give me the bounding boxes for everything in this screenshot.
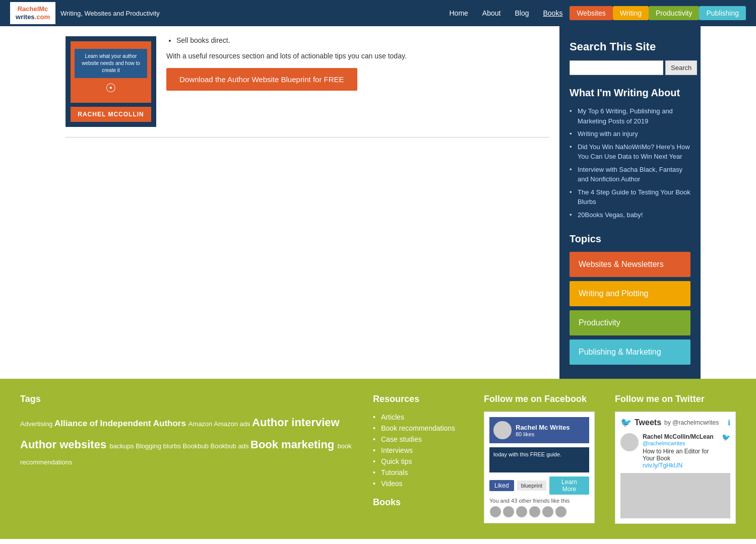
facebook-box: Rachel Mc Writes 80 likes today with thi… (484, 412, 595, 523)
search-button[interactable]: Search (665, 60, 697, 75)
list-item[interactable]: Interviews (373, 445, 464, 456)
fb-learn-button[interactable]: Learn More (549, 477, 589, 495)
fb-friends-text: You and 43 other friends like this (489, 498, 589, 504)
tweet-content: Rachel McCollin/McLean @rachelmcwrites H… (643, 433, 718, 469)
tag-blurbs: blurbs (163, 442, 183, 450)
logo: RachelMcwrites.com Writing, Websites and… (10, 2, 160, 24)
facebook-title: Follow me on Facebook (484, 394, 595, 404)
fb-mini-avatar (555, 506, 567, 518)
footer-facebook-col: Follow me on Facebook Rachel Mc Writes 8… (484, 394, 595, 524)
footer-tags: Advertising Alliance of Independent Auth… (20, 412, 353, 469)
footer-tags-col: Tags Advertising Alliance of Independent… (20, 394, 353, 524)
fb-header: Rachel Mc Writes 80 likes (489, 417, 589, 443)
topics-title: Topics (570, 233, 690, 245)
list-item[interactable]: Tutorials (373, 467, 464, 478)
main-wrapper: Learn what your author website needs and… (55, 26, 701, 379)
topic-websites-button[interactable]: Websites & Newsletters (570, 252, 690, 277)
tag-amazon: Amazon (188, 420, 214, 428)
fb-name: Rachel Mc Writes (516, 424, 570, 431)
promo-image: Learn what your author website needs and… (66, 36, 156, 127)
promo-image-inner: Learn what your author website needs and… (71, 41, 151, 103)
tweet-image (620, 473, 730, 518)
list-item: Writing with an injury (570, 127, 690, 141)
tweet-avatar (620, 433, 639, 451)
promo-content: Sell books direct. With a useful resourc… (166, 36, 549, 91)
tag-advertising: Advertising (20, 420, 54, 428)
fb-info: Rachel Mc Writes 80 likes (516, 424, 570, 437)
footer-resources-col: Resources Articles Book recommendations … (373, 394, 464, 524)
tag-amazon-ads: Amazon ads (214, 420, 252, 428)
twitter-title: Follow me on Twitter (615, 394, 736, 404)
tweet-handle: @rachelmcwrites (643, 440, 718, 446)
fb-blueprint-badge: blueprint (517, 481, 546, 491)
promo-bullets: Sell books direct. (166, 36, 549, 44)
list-item: 20Books Vegas, baby! (570, 209, 690, 222)
site-footer: Tags Advertising Alliance of Independent… (0, 379, 756, 539)
tags-title: Tags (20, 394, 353, 404)
site-header: RachelMcwrites.com Writing, Websites and… (0, 0, 756, 26)
books-title: Books (373, 497, 464, 508)
section-divider (66, 137, 549, 138)
fb-friend-avatars (489, 506, 589, 518)
list-item[interactable]: Book recommendations (373, 423, 464, 434)
list-item[interactable]: Videos (373, 478, 464, 489)
topic-writing-button[interactable]: Writing and Plotting (570, 281, 690, 306)
nav-about[interactable]: About (475, 6, 508, 20)
tag-book-marketing: Book marketing (250, 438, 337, 451)
tweets-by: by @rachelmcwrites (664, 419, 719, 426)
tag-author-websites: Author websites (20, 438, 109, 451)
nav-productivity[interactable]: Productivity (649, 6, 699, 20)
fb-mini-avatar (516, 506, 528, 518)
twitter-bird-icon: 🐦 (620, 417, 632, 428)
topic-productivity-button[interactable]: Productivity (570, 310, 690, 335)
twitter-box: 🐦 Tweets by @rachelmcwrites ℹ Rachel McC… (615, 412, 736, 524)
fb-mini-avatar (542, 506, 554, 518)
nav-publishing[interactable]: Publishing (699, 6, 746, 20)
tweet-text: How to Hire an Editor for Your Book rviv… (643, 448, 718, 469)
main-nav: Home About Blog Books Websites Writing P… (442, 6, 746, 20)
tweet-row: Rachel McCollin/McLean @rachelmcwrites H… (620, 433, 730, 469)
promo-image-text: Learn what your author website needs and… (79, 53, 143, 74)
logo-image: RachelMcwrites.com (10, 2, 55, 24)
tag-author-interview: Author interview (252, 416, 340, 429)
tweet-link[interactable]: rviv.ly/TgHkUN (643, 462, 682, 469)
tag-alli: Alliance of Independent Authors (54, 419, 188, 428)
nav-blog[interactable]: Blog (508, 6, 536, 20)
nav-home[interactable]: Home (442, 6, 475, 20)
nav-websites[interactable]: Websites (570, 6, 612, 20)
nav-books[interactable]: Books (536, 6, 570, 20)
fb-mini-avatar (529, 506, 541, 518)
writing-list: My Top 6 Writing, Publishing and Marketi… (570, 105, 690, 221)
twitter-header: 🐦 Tweets by @rachelmcwrites ℹ (620, 417, 730, 428)
search-section-title: Search This Site (570, 40, 690, 53)
writing-about-title: What I'm Writing About (570, 87, 690, 99)
footer-twitter-col: Follow me on Twitter 🐦 Tweets by @rachel… (615, 394, 736, 524)
promo-cta-button[interactable]: Download the Author Website Blueprint fo… (166, 68, 357, 91)
resources-title: Resources (373, 394, 464, 404)
list-item: Interview with Sacha Black, Fantasy and … (570, 163, 690, 186)
fb-liked-button[interactable]: Liked (489, 480, 514, 491)
list-item[interactable]: Articles (373, 412, 464, 423)
list-item[interactable]: Quick tips (373, 456, 464, 467)
twitter-header-left: 🐦 Tweets by @rachelmcwrites (620, 417, 719, 428)
search-input[interactable] (570, 60, 663, 75)
tag-backups: backups (109, 442, 136, 450)
list-item: The 4 Step Guide to Testing Your Book Bl… (570, 186, 690, 209)
tweet-bird-icon: 🐦 (722, 433, 730, 469)
fb-content: today with this FREE guide. (489, 447, 589, 472)
sidebar: Search This Site Search What I'm Writing… (559, 26, 701, 379)
tag-blogging: Blogging (136, 442, 163, 450)
promo-box: Learn what your author website needs and… (66, 36, 549, 127)
promo-bullet-1: Sell books direct. (176, 36, 549, 44)
cursor-icon: ☉ (105, 81, 116, 95)
fb-mini-avatar (502, 506, 515, 518)
list-item[interactable]: Case studies (373, 434, 464, 445)
resources-list: Articles Book recommendations Case studi… (373, 412, 464, 489)
logo-tagline: Writing, Websites and Productivity (60, 10, 160, 17)
tag-bookbub: Bookbub (183, 442, 211, 450)
tweet-name: Rachel McCollin/McLean (643, 433, 718, 440)
nav-writing[interactable]: Writing (613, 6, 649, 20)
promo-name-tag: RACHEL MCCOLLIN (71, 107, 151, 122)
list-item: Did You Win NaNoWriMo? Here's How You Ca… (570, 141, 690, 163)
topic-publishing-button[interactable]: Publishing & Marketing (570, 339, 690, 365)
